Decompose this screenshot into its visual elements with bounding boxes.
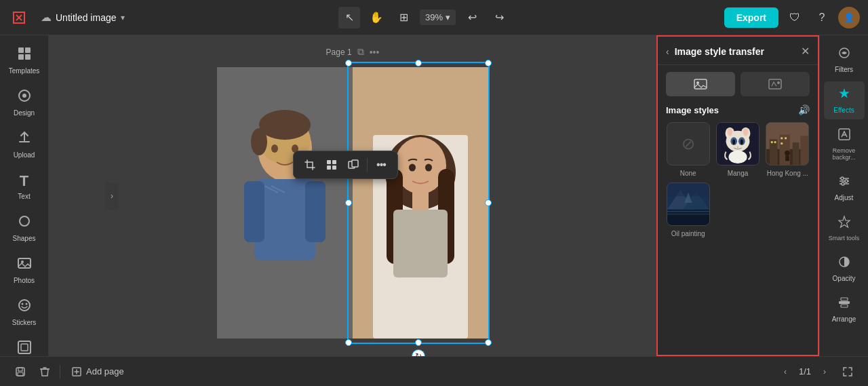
svg-rect-63 xyxy=(771,141,773,143)
svg-point-18 xyxy=(251,128,267,155)
undo-btn[interactable]: ↩ xyxy=(461,7,483,28)
bottom-right: ‹ 1/1 › xyxy=(777,362,857,381)
filters-icon xyxy=(837,46,851,63)
right-sidebar-item-smart-tools[interactable]: Smart tools xyxy=(824,210,865,247)
right-sidebar: Filters Effects Remove backgr... Adjust … xyxy=(819,35,868,356)
sidebar-item-design[interactable]: Design xyxy=(4,83,45,122)
right-sidebar-item-filters[interactable]: Filters xyxy=(824,41,865,79)
handle-tl[interactable] xyxy=(345,60,352,66)
right-sidebar-item-adjust[interactable]: Adjust xyxy=(824,169,865,207)
handle-tm[interactable] xyxy=(415,60,422,66)
svg-rect-39 xyxy=(332,166,336,170)
smart-tools-label: Smart tools xyxy=(829,235,860,242)
help-icon-btn[interactable]: ? xyxy=(811,7,833,28)
frame-tool-btn[interactable]: ⊞ xyxy=(393,7,414,28)
upload-icon xyxy=(17,130,32,149)
right-sidebar-item-opacity[interactable]: Opacity xyxy=(824,250,865,288)
style-item-hongkong[interactable]: Hong Kong ... xyxy=(766,122,810,177)
svg-rect-76 xyxy=(667,214,709,215)
svg-point-17 xyxy=(259,110,311,140)
remove-bg-label: Remove backgr... xyxy=(827,147,862,161)
tab-style-custom[interactable] xyxy=(741,72,810,96)
app-logo[interactable] xyxy=(8,7,30,28)
zoom-control[interactable]: 39% ▾ xyxy=(420,9,456,25)
opacity-label: Opacity xyxy=(833,275,856,282)
handle-bm[interactable] xyxy=(415,339,422,346)
svg-point-34 xyxy=(409,163,416,171)
design-label: Design xyxy=(14,109,35,117)
select-tool-btn[interactable]: ↖ xyxy=(338,7,360,28)
photos-label: Photos xyxy=(14,277,35,284)
none-icon: ⊘ xyxy=(682,134,695,153)
replace-btn[interactable] xyxy=(344,155,363,174)
svg-rect-37 xyxy=(332,160,336,164)
svg-rect-64 xyxy=(774,141,776,143)
right-sidebar-item-arrange[interactable]: Arrange xyxy=(824,290,865,328)
style-item-none[interactable]: ⊘ None xyxy=(666,122,710,177)
svg-rect-66 xyxy=(785,137,787,139)
main-area: Templates Design Upload T Text Shapes xyxy=(0,35,868,356)
svg-rect-75 xyxy=(667,211,709,212)
export-button[interactable]: Export xyxy=(724,7,778,28)
opacity-icon xyxy=(837,255,851,272)
style-thumb-none: ⊘ xyxy=(667,122,710,166)
style-item-oil[interactable]: Oil painting xyxy=(666,182,710,237)
right-sidebar-item-effects[interactable]: Effects xyxy=(824,81,865,119)
sidebar-item-shapes[interactable]: Shapes xyxy=(4,208,45,248)
stickers-icon xyxy=(17,298,32,316)
title-chevron[interactable]: ▾ xyxy=(121,13,125,22)
sidebar-item-photos[interactable]: Photos xyxy=(4,250,45,290)
redo-btn[interactable]: ↪ xyxy=(488,7,510,28)
panel-close-btn[interactable]: ✕ xyxy=(801,45,810,58)
sidebar-item-upload[interactable]: Upload xyxy=(4,125,45,164)
svg-rect-12 xyxy=(18,341,31,353)
arrange-icon xyxy=(837,296,851,313)
grid-btn[interactable] xyxy=(322,155,341,174)
user-avatar[interactable]: 👤 xyxy=(838,7,860,28)
crop-btn[interactable] xyxy=(300,155,319,174)
more-options-btn[interactable]: ••• xyxy=(372,155,391,174)
remove-bg-icon xyxy=(837,128,851,144)
prev-page-btn[interactable]: ‹ xyxy=(777,364,793,380)
next-page-btn[interactable]: › xyxy=(816,364,833,380)
svg-point-5 xyxy=(22,94,26,98)
handle-rotate[interactable]: ↻ xyxy=(412,349,425,357)
image-left[interactable] xyxy=(217,67,353,339)
floating-toolbar: ••• xyxy=(293,151,398,179)
right-sidebar-item-remove-bg[interactable]: Remove backgr... xyxy=(824,122,865,166)
svg-point-50 xyxy=(727,128,732,136)
svg-rect-67 xyxy=(781,142,783,144)
svg-rect-42 xyxy=(694,79,707,89)
handle-bl[interactable] xyxy=(345,339,352,346)
svg-point-6 xyxy=(20,216,29,226)
page-more-icon[interactable]: ••• xyxy=(370,47,380,58)
svg-point-55 xyxy=(741,139,743,144)
handle-br[interactable] xyxy=(485,339,492,346)
sidebar-item-templates[interactable]: Templates xyxy=(4,41,45,80)
tab-style-image[interactable] xyxy=(666,72,735,96)
save-btn[interactable] xyxy=(11,362,30,381)
sound-icon[interactable]: 🔊 xyxy=(798,104,810,115)
page-copy-icon[interactable]: ⧉ xyxy=(357,46,364,58)
fullscreen-btn[interactable] xyxy=(838,362,857,381)
sidebar-item-frames[interactable]: Frames xyxy=(4,334,45,356)
trash-btn[interactable] xyxy=(35,362,54,381)
shield-icon-btn[interactable]: 🛡 xyxy=(784,7,806,28)
add-page-btn[interactable]: Add page xyxy=(66,364,130,380)
sidebar-item-text[interactable]: T Text xyxy=(4,167,45,206)
panel-back-btn[interactable]: ‹ xyxy=(666,46,669,57)
topbar: ☁ Untitled image ▾ ↖ ✋ ⊞ 39% ▾ ↩ ↪ Expor… xyxy=(0,0,868,35)
sidebar-item-stickers[interactable]: Stickers xyxy=(4,292,45,332)
image-right[interactable] xyxy=(353,67,488,339)
svg-rect-62 xyxy=(801,136,809,165)
canvas-area[interactable]: Page 1 ⧉ ••• xyxy=(49,35,656,356)
style-thumb-oil xyxy=(667,182,710,226)
section-title: Image styles xyxy=(666,105,719,115)
upload-label: Upload xyxy=(14,151,35,159)
style-item-manga[interactable]: Manga xyxy=(715,122,760,177)
handle-tr[interactable] xyxy=(485,60,492,66)
sidebar-collapse-btn[interactable]: › xyxy=(105,182,119,210)
photos-icon xyxy=(17,256,32,274)
hand-tool-btn[interactable]: ✋ xyxy=(366,7,387,28)
shapes-icon xyxy=(17,214,32,232)
